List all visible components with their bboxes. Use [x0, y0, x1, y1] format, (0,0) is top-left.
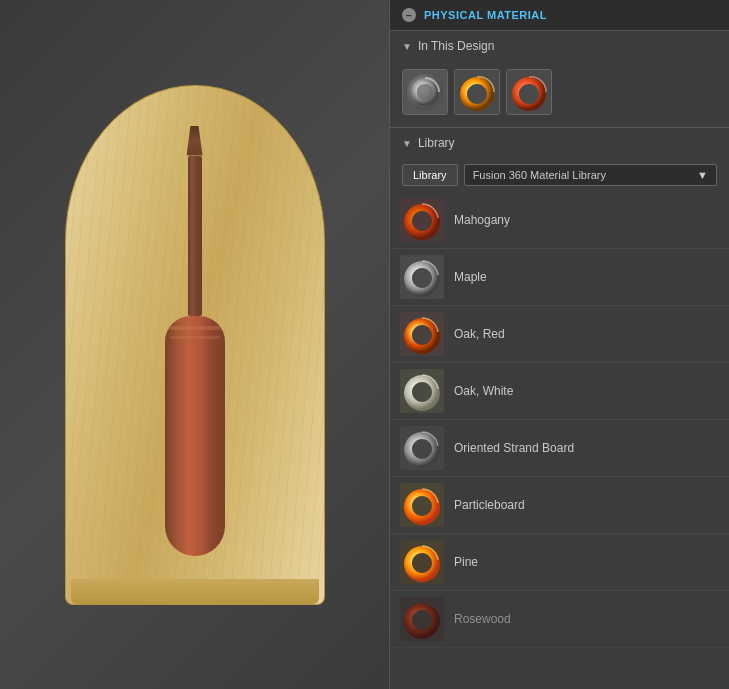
screwdriver-handle: [165, 316, 225, 556]
material-name-osb: Oriented Strand Board: [454, 441, 574, 455]
library-label: Library: [418, 136, 455, 150]
material-name-rosewood: Rosewood: [454, 612, 511, 626]
material-thumbnail-particleboard: [400, 483, 444, 527]
dropdown-arrow-icon: ▼: [697, 169, 708, 181]
design-material-gold[interactable]: [454, 69, 500, 115]
material-list[interactable]: Mahogany Maple: [390, 192, 729, 689]
material-thumbnail-osb: [400, 426, 444, 470]
list-item[interactable]: Pine: [390, 534, 729, 591]
list-item[interactable]: Maple: [390, 249, 729, 306]
list-item[interactable]: Particleboard: [390, 477, 729, 534]
material-name-oak-red: Oak, Red: [454, 327, 505, 341]
list-item[interactable]: Oak, Red: [390, 306, 729, 363]
panel-collapse-icon[interactable]: −: [402, 8, 416, 22]
section-expand-icon: ▼: [402, 41, 412, 52]
wood-block-model: [65, 85, 325, 605]
material-thumbnail-mahogany: [400, 198, 444, 242]
tab-library[interactable]: Library: [402, 164, 458, 186]
panel-title: PHYSICAL MATERIAL: [424, 9, 547, 21]
list-item[interactable]: Mahogany: [390, 192, 729, 249]
model-view: [50, 65, 340, 625]
dropdown-label: Fusion 360 Material Library: [473, 169, 606, 181]
material-thumbnail-pine: [400, 540, 444, 584]
material-name-particleboard: Particleboard: [454, 498, 525, 512]
material-thumbnail-oak-red: [400, 312, 444, 356]
list-item[interactable]: Oriented Strand Board: [390, 420, 729, 477]
material-name-maple: Maple: [454, 270, 487, 284]
design-material-chrome[interactable]: [402, 69, 448, 115]
screwdriver-tip: [187, 126, 203, 156]
properties-panel: − PHYSICAL MATERIAL ▼ In This Design: [389, 0, 729, 689]
list-item[interactable]: Rosewood: [390, 591, 729, 648]
design-material-orange[interactable]: [506, 69, 552, 115]
library-section: ▼ Library Library Fusion 360 Material Li…: [390, 128, 729, 689]
in-this-design-section: ▼ In This Design: [390, 31, 729, 128]
material-name-pine: Pine: [454, 555, 478, 569]
design-materials-grid: [390, 61, 729, 127]
wood-bottom-edge: [71, 579, 319, 604]
material-thumbnail-oak-white: [400, 369, 444, 413]
panel-header: − PHYSICAL MATERIAL: [390, 0, 729, 31]
library-header[interactable]: ▼ Library: [390, 128, 729, 158]
library-controls: Library Fusion 360 Material Library ▼: [390, 158, 729, 192]
library-expand-icon: ▼: [402, 138, 412, 149]
list-item[interactable]: Oak, White: [390, 363, 729, 420]
material-name-mahogany: Mahogany: [454, 213, 510, 227]
material-name-oak-white: Oak, White: [454, 384, 513, 398]
in-this-design-header[interactable]: ▼ In This Design: [390, 31, 729, 61]
material-thumbnail-rosewood: [400, 597, 444, 641]
screwdriver-model: [165, 126, 225, 556]
library-dropdown[interactable]: Fusion 360 Material Library ▼: [464, 164, 717, 186]
in-this-design-label: In This Design: [418, 39, 494, 53]
material-thumbnail-maple: [400, 255, 444, 299]
screwdriver-shank: [188, 156, 202, 316]
3d-viewport[interactable]: [0, 0, 389, 689]
